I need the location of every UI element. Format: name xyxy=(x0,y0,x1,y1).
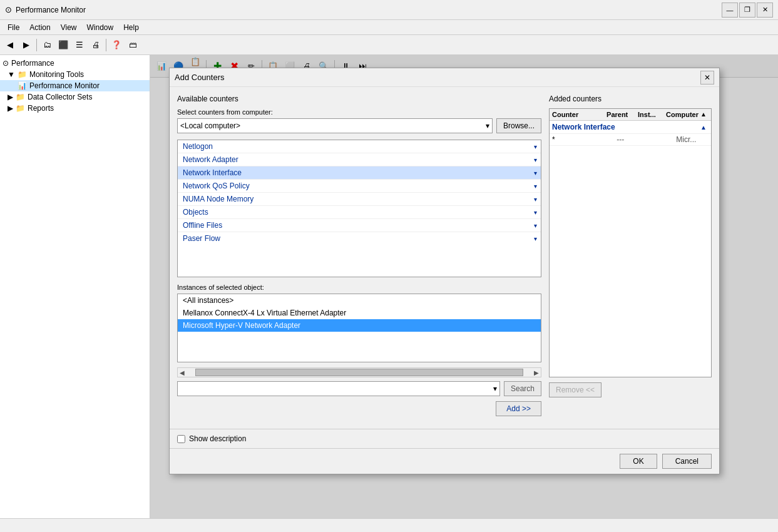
counter-item-network-qos[interactable]: Network QoS Policy ▾ xyxy=(178,180,541,193)
expand-icon-3: ▶ xyxy=(8,104,13,113)
instance-mellanox[interactable]: Mellanox ConnectX-4 Lx Virtual Ethernet … xyxy=(178,307,541,319)
menu-action[interactable]: Action xyxy=(24,22,55,33)
show-description-label[interactable]: Show description xyxy=(189,434,246,443)
menu-view[interactable]: View xyxy=(56,22,82,33)
folder-icon-2: 📁 xyxy=(16,93,25,101)
sidebar-item-monitoring-tools[interactable]: ▼ 📁 Monitoring Tools xyxy=(0,69,150,80)
scroll-right-icon[interactable]: ▶ xyxy=(532,369,541,376)
dropdown-arrow-icon: ▾ xyxy=(486,121,489,130)
title-bar: ⊙ Performance Monitor — ❐ ✕ xyxy=(0,0,778,20)
ok-button[interactable]: OK xyxy=(620,454,657,469)
scroll-thumb[interactable] xyxy=(195,369,523,376)
sidebar-item-reports[interactable]: ▶ 📁 Reports xyxy=(0,103,150,114)
show-description-row: Show description xyxy=(170,429,719,448)
sidebar: ⊙ Performance ▼ 📁 Monitoring Tools 📊 Per… xyxy=(0,55,150,531)
close-button[interactable]: ✕ xyxy=(757,3,773,18)
section-chevron-icon[interactable]: ▲ xyxy=(699,124,709,131)
dialog-title-bar: Add Counters ✕ xyxy=(170,68,719,87)
added-counters-box[interactable]: Counter Parent Inst... Computer ▲ Networ… xyxy=(549,108,712,377)
search-dropdown[interactable]: ▾ xyxy=(177,381,500,396)
menu-file[interactable]: File xyxy=(3,22,24,33)
chevron-icon: ▾ xyxy=(534,196,537,203)
computer-value: <Local computer> xyxy=(180,121,240,130)
help-button[interactable]: ❓ xyxy=(109,38,124,53)
folder-icon-3: 📁 xyxy=(16,104,25,113)
folder-icon: 📁 xyxy=(18,70,27,79)
dialog-body: Available counters Select counters from … xyxy=(170,87,719,429)
available-counters-title: Available counters xyxy=(177,95,541,103)
computer-select-row: <Local computer> ▾ Browse... xyxy=(177,118,541,133)
instance-hyperv[interactable]: Microsoft Hyper-V Network Adapter xyxy=(178,319,541,332)
menu-window[interactable]: Window xyxy=(82,22,119,33)
chevron-icon: ▾ xyxy=(534,156,537,163)
chevron-icon: ▾ xyxy=(534,222,537,229)
browse-button[interactable]: Browse... xyxy=(496,118,541,133)
sidebar-label-perf-monitor: Performance Monitor xyxy=(29,81,100,90)
chevron-icon: ▾ xyxy=(534,183,537,190)
sidebar-item-performance[interactable]: ⊙ Performance xyxy=(0,58,150,69)
instance-all[interactable]: <All instances> xyxy=(178,294,541,307)
sidebar-label-performance: Performance xyxy=(11,59,54,68)
show-hide-button[interactable]: 🗂 xyxy=(39,38,54,53)
counter-item-network-adapter[interactable]: Network Adapter ▾ xyxy=(178,153,541,166)
counter-item-objects[interactable]: Objects ▾ xyxy=(178,206,541,219)
right-panel: Added counters Counter Parent Inst... Co… xyxy=(549,95,712,421)
search-button[interactable]: Search xyxy=(504,381,541,396)
status-bar xyxy=(0,518,778,532)
properties-button[interactable]: ⬛ xyxy=(56,38,71,53)
chevron-icon: ▾ xyxy=(534,235,537,242)
ac-header-counter: Counter xyxy=(552,111,607,118)
ac-header-inst: Inst... xyxy=(638,111,666,118)
added-counters-title: Added counters xyxy=(549,95,712,103)
instances-label: Instances of selected object: xyxy=(177,284,541,291)
sidebar-label-data-collector: Data Collector Sets xyxy=(28,93,92,101)
sidebar-item-performance-monitor[interactable]: 📊 Performance Monitor xyxy=(0,80,150,91)
counter-item-paser-flow[interactable]: Paser Flow ▾ xyxy=(178,232,541,245)
forward-button[interactable]: ▶ xyxy=(19,38,34,53)
ac-header-row: Counter Parent Inst... Computer ▲ xyxy=(550,109,711,121)
ac-header-comp: Computer xyxy=(666,111,699,118)
dialog-footer: OK Cancel xyxy=(170,448,719,474)
remove-button[interactable]: Remove << xyxy=(549,382,601,397)
sidebar-label-reports: Reports xyxy=(28,104,54,113)
search-row: ▾ Search xyxy=(177,381,541,396)
ac-header-parent: Parent xyxy=(607,111,638,118)
cancel-button[interactable]: Cancel xyxy=(662,454,712,469)
restore-button[interactable]: ❐ xyxy=(739,3,755,18)
minimize-button[interactable]: — xyxy=(722,3,738,18)
chevron-icon: ▾ xyxy=(534,170,537,176)
print-button[interactable]: 🖨 xyxy=(88,38,103,53)
chevron-icon: ▾ xyxy=(534,143,537,150)
title-bar-left: ⊙ Performance Monitor xyxy=(5,5,86,14)
menu-help[interactable]: Help xyxy=(118,22,144,33)
counter-item-network-interface[interactable]: Network Interface ▾ xyxy=(178,166,541,180)
scroll-left-icon[interactable]: ◀ xyxy=(178,369,187,376)
counter-item-netlogon[interactable]: Netlogon ▾ xyxy=(178,140,541,153)
menu-bar: File Action View Window Help xyxy=(0,20,778,35)
extra-button[interactable]: 🗃 xyxy=(125,38,140,53)
instances-box[interactable]: <All instances> Mellanox ConnectX-4 Lx V… xyxy=(177,294,541,362)
ac-row-1[interactable]: * --- Micr... xyxy=(550,134,711,146)
select-from-label: Select counters from computer: xyxy=(177,108,541,116)
counter-listbox[interactable]: Netlogon ▾ Network Adapter ▾ Network Int… xyxy=(177,140,541,277)
back-button[interactable]: ◀ xyxy=(3,38,18,53)
counter-item-offline-files[interactable]: Offline Files ▾ xyxy=(178,219,541,232)
h-scrollbar[interactable]: ◀ ▶ xyxy=(177,367,541,377)
monitor-icon: 📊 xyxy=(18,81,27,90)
add-counters-dialog: Add Counters ✕ Available counters Select… xyxy=(169,68,720,474)
counter-item-numa[interactable]: NUMA Node Memory ▾ xyxy=(178,193,541,206)
toolbar-sep-1 xyxy=(36,39,37,51)
main-layout: ⊙ Performance ▼ 📁 Monitoring Tools 📊 Per… xyxy=(0,55,778,531)
show-description-checkbox[interactable] xyxy=(177,435,185,443)
list-view-button[interactable]: ☰ xyxy=(72,38,87,53)
dialog-title: Add Counters xyxy=(175,73,225,82)
search-arrow-icon: ▾ xyxy=(493,384,497,393)
left-panel: Available counters Select counters from … xyxy=(177,95,541,421)
sidebar-label-monitoring: Monitoring Tools xyxy=(29,70,84,79)
expand-icon-2: ▶ xyxy=(8,93,13,101)
scroll-up-icon[interactable]: ▲ xyxy=(699,111,709,118)
dialog-close-button[interactable]: ✕ xyxy=(700,71,714,84)
add-button[interactable]: Add >> xyxy=(496,401,541,416)
sidebar-item-data-collector[interactable]: ▶ 📁 Data Collector Sets xyxy=(0,91,150,103)
computer-dropdown[interactable]: <Local computer> ▾ xyxy=(177,118,493,133)
